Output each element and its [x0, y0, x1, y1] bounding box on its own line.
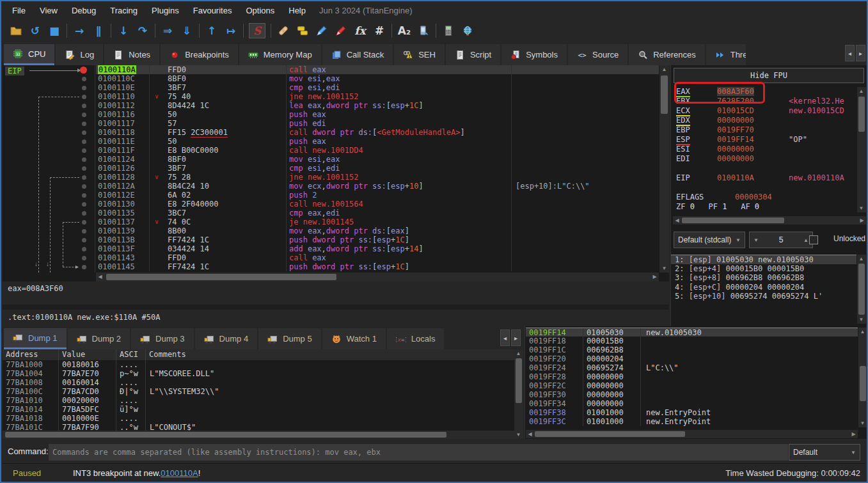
disasm-row[interactable]: 01001130E8 2F040000call new.1001564 [96, 200, 659, 209]
tab-locals[interactable]: [x=]Locals [387, 328, 445, 349]
trace-over-icon[interactable]: ⇓ [177, 22, 196, 40]
register-row[interactable]: ESI00000000 [671, 145, 856, 154]
tab-scroll-left-icon[interactable]: ◂ [845, 45, 855, 61]
step-over-icon[interactable]: ↷ [133, 22, 152, 40]
patch-icon[interactable] [274, 22, 293, 40]
menu-item-favourites[interactable]: Favourites [186, 6, 239, 15]
cpu-flags-row[interactable]: ZF 0 PF 1 AF 0 [671, 202, 856, 212]
register-value[interactable]: 00000304 [735, 193, 772, 202]
disasm-row[interactable]: 01001143FFD0call eax [96, 253, 659, 262]
disasm-row[interactable]: 01001118FF15 2C300001call dword ptr ds:[… [96, 128, 659, 137]
disasm-row[interactable]: 010011128D4424 1Clea eax,dword ptr ss:[e… [96, 101, 659, 110]
hash-icon[interactable]: # [370, 22, 389, 40]
tab-symbols[interactable]: Symbols [501, 44, 567, 65]
disasm-row[interactable]: 010011398B00mov eax,dword ptr ds:[eax] [96, 226, 659, 235]
trace-dot-icon[interactable] [82, 265, 86, 269]
argument-row[interactable]: 1: [esp] 01005030 new.01005030 [671, 255, 856, 264]
tab-threads[interactable]: Threads [706, 44, 746, 65]
trace-dot-icon[interactable] [82, 139, 86, 144]
tab-dump-3[interactable]: Dump 3 [131, 328, 194, 349]
registers-hscrollbar[interactable]: ◀ ▶ [673, 216, 866, 225]
blue-pens-icon[interactable] [312, 22, 331, 40]
tab-watch-1[interactable]: Watch 1 [322, 328, 386, 349]
disasm-row[interactable]: 0100111FE8 B00C0000call new.1001DD4 [96, 146, 659, 155]
stop-icon[interactable]: ■ [45, 22, 64, 40]
command-input[interactable] [49, 444, 788, 461]
tab-dump-4[interactable]: Dump 4 [195, 328, 258, 349]
register-row[interactable]: EDI00000000 [671, 154, 856, 164]
disasm-hscrollbar[interactable]: ◀ ▶ [96, 273, 659, 281]
open-file-icon[interactable] [6, 22, 26, 40]
register-row[interactable]: EDX00000000 [671, 116, 856, 125]
stack-row[interactable]: 0019FF1401005030new.01005030 [526, 328, 858, 337]
stack-row[interactable]: 0019FF2800000000 [526, 372, 858, 381]
stack-row[interactable]: 0019FF3400000000 [526, 399, 858, 408]
register-value[interactable]: 0019FF14 [717, 135, 754, 144]
breakpoint-dot-icon[interactable] [80, 67, 87, 74]
trace-dot-icon[interactable] [82, 122, 86, 126]
run-icon[interactable]: → [70, 22, 89, 40]
disasm-row[interactable]: 010011263BF7cmp esi,edi [96, 164, 659, 173]
tab-dump-5[interactable]: Dump 5 [258, 328, 321, 349]
tab-script[interactable]: Script [446, 44, 500, 65]
argument-depth-spinner[interactable]: ▼ 5 ▲ [749, 232, 813, 248]
menu-item-help[interactable]: Help [281, 6, 313, 15]
tab-breakpoints[interactable]: Breakpoints [161, 44, 238, 65]
disasm-row[interactable]: 0100113BFF7424 1Cpush dword ptr ss:[esp+… [96, 235, 659, 244]
dump-column-header[interactable]: ASCI [116, 349, 146, 360]
hide-fpu-button[interactable]: Hide FPU [674, 68, 864, 83]
stack-row[interactable]: 0019FF18000015B0 [526, 337, 858, 345]
tab-references[interactable]: References [629, 44, 704, 65]
dump-vscrollbar[interactable]: ▲ ▼ [514, 349, 523, 439]
tab-dump-2[interactable]: Dump 2 [68, 328, 130, 349]
dump-row[interactable]: 77BA100C77BA7CD0Ð|°wL"\\SYSTEM32\\" [3, 387, 514, 396]
register-row[interactable]: EAX008A3F60 [671, 87, 856, 97]
trace-dot-icon[interactable] [82, 256, 86, 260]
trace-dot-icon[interactable] [82, 148, 86, 153]
trace-dot-icon[interactable] [82, 86, 86, 90]
restart-icon[interactable]: ↺ [26, 22, 45, 40]
argument-row[interactable]: 5: [esp+10] 00695274 00695274 L' [671, 292, 856, 301]
trace-dot-icon[interactable] [82, 211, 86, 216]
trace-dot-icon[interactable] [82, 238, 86, 242]
pause-icon[interactable]: ∥ [89, 22, 108, 40]
trace-dot-icon[interactable] [82, 131, 86, 135]
disasm-row[interactable]: 0100110C8BF0mov esi,eax [96, 74, 659, 83]
unlocked-checkbox[interactable] [809, 235, 818, 244]
disasm-row[interactable]: 01001128∨75 28jne new.1001152 [96, 173, 659, 182]
tab-dump-1[interactable]: Dump 1 [4, 328, 67, 349]
menu-item-tracing[interactable]: Tracing [103, 6, 145, 15]
source-mode-icon[interactable]: S [249, 23, 265, 38]
stack-row[interactable]: 0019FF2400695274L"C:\\" [526, 363, 858, 372]
disasm-row[interactable]: 0100111650push eax [96, 110, 659, 119]
disasm-row[interactable]: 01001145FF7424 1Cpush dword ptr ss:[esp+… [96, 262, 659, 271]
register-value[interactable]: 00000000 [717, 154, 754, 163]
stack-row[interactable]: 0019FF1C006962B8 [526, 345, 858, 354]
red-pens-icon[interactable] [331, 22, 351, 40]
stack-hscrollbar[interactable]: ◀ ▶ [526, 430, 858, 438]
dump-row[interactable]: 77BA10180010000E.... [3, 414, 514, 423]
register-row[interactable]: EBX7628E200<kernel32.He [671, 97, 856, 106]
register-value[interactable]: 008A3F60 [717, 87, 754, 96]
calculator-icon[interactable] [439, 22, 458, 40]
register-value[interactable]: 7628E200 [717, 97, 754, 106]
register-row[interactable]: EFLAGS00000304 [671, 193, 856, 202]
attach-icon[interactable] [414, 22, 433, 40]
trace-dot-icon[interactable] [82, 166, 86, 171]
stack-row[interactable]: 0019FF3C01001000new.EntryPoint [526, 417, 858, 426]
dump-tab-scroll-left-icon[interactable]: ◂ [500, 329, 510, 346]
disasm-row[interactable]: 0100110AFFD0call eax [96, 65, 659, 74]
register-value[interactable]: 00000000 [717, 116, 754, 125]
stack-row[interactable]: 0019FF3801001000new.EntryPoint [526, 408, 858, 417]
font-icon[interactable]: A₂ [395, 22, 414, 40]
comments-icon[interactable] [293, 22, 312, 40]
tab-source[interactable]: <>Source [568, 44, 627, 65]
register-value[interactable]: 0019FF70 [717, 125, 754, 134]
trace-dot-icon[interactable] [82, 202, 86, 207]
disasm-row[interactable]: 01001110∨75 40jne new.1001152 [96, 92, 659, 101]
trace-into-icon[interactable]: ⇒ [158, 22, 177, 40]
tab-log[interactable]: Log [56, 44, 103, 65]
register-row[interactable]: EBP0019FF70 [671, 125, 856, 135]
trace-dot-icon[interactable] [82, 157, 86, 162]
registers-vscrollbar[interactable]: ▲ ▼ [857, 87, 866, 212]
